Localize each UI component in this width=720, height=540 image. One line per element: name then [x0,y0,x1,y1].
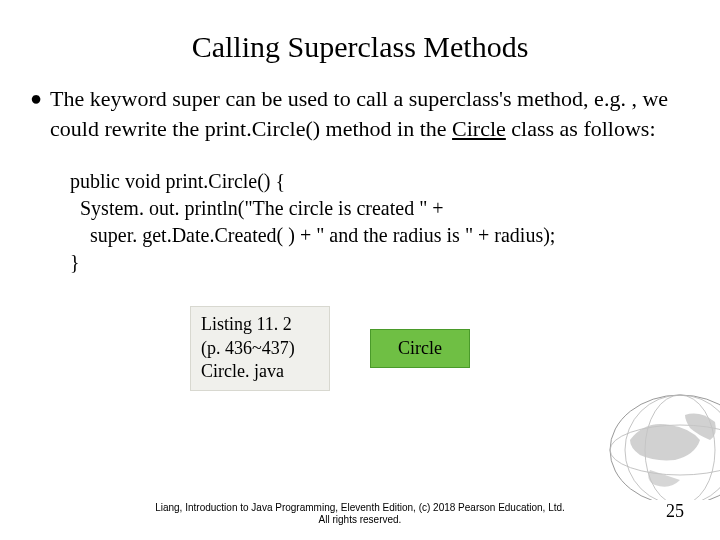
code-block: public void print.Circle() { System. out… [70,168,690,276]
slide-title: Calling Superclass Methods [30,30,690,64]
globe-icon [560,380,720,500]
footer: Liang, Introduction to Java Programming,… [0,502,720,526]
page-number: 25 [666,501,684,522]
listing-line2: (p. 436~437) [201,337,319,360]
circle-button[interactable]: Circle [370,329,470,368]
bullet-underlined: Circle [452,116,506,141]
slide: Calling Superclass Methods ● The keyword… [0,0,720,540]
code-l4: } [70,251,80,273]
code-l2: System. out. println("The circle is crea… [70,197,444,219]
bullet-icon: ● [30,88,42,108]
boxes-row: Listing 11. 2 (p. 436~437) Circle. java … [190,306,690,390]
footer-line1: Liang, Introduction to Java Programming,… [0,502,720,514]
code-l1: public void print.Circle() { [70,170,285,192]
listing-box[interactable]: Listing 11. 2 (p. 436~437) Circle. java [190,306,330,390]
circle-label: Circle [398,338,442,358]
listing-line3: Circle. java [201,360,319,383]
footer-line2: All rights reserved. [0,514,720,526]
bullet-item: ● The keyword super can be used to call … [30,84,690,143]
listing-line1: Listing 11. 2 [201,313,319,336]
bullet-part2: class as follows: [506,116,656,141]
code-l3: super. get.Date.Created( ) + " and the r… [70,224,555,246]
bullet-text: The keyword super can be used to call a … [50,84,690,143]
